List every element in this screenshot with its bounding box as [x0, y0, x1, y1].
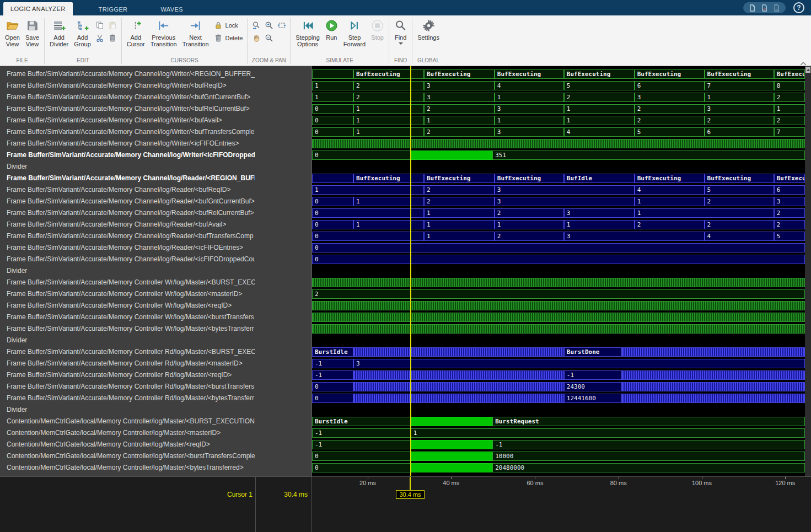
signal-wave-row[interactable] — [312, 300, 805, 311]
wave-segment[interactable]: 5 — [635, 127, 705, 137]
wave-segment[interactable]: 3 — [424, 93, 495, 102]
wave-segment[interactable]: 0 — [312, 104, 353, 114]
wave-segment[interactable]: 0 — [312, 116, 353, 125]
signal-wave-row[interactable]: 01111222 — [312, 219, 805, 230]
zoom-in-button[interactable] — [263, 19, 275, 31]
signal-name[interactable]: Contention/MemCtrlGate/local/Memory Cont… — [0, 427, 255, 439]
signal-name[interactable]: Frame Buffer/SimVariant/Accurate/Memory … — [0, 288, 255, 300]
chevron-down-icon[interactable] — [399, 42, 403, 45]
wave-segment[interactable]: 8 — [774, 81, 805, 90]
wave-segment[interactable]: 1 — [495, 116, 564, 125]
wave-segment[interactable]: 2 — [635, 116, 705, 125]
wave-segment[interactable]: BurstRequest — [492, 417, 805, 426]
wave-segment[interactable]: 5 — [705, 185, 774, 195]
copy-button[interactable] — [94, 19, 106, 31]
zoom-in-x-button[interactable] — [250, 19, 262, 31]
signal-name[interactable]: Frame Buffer/SimVariant/Accurate/Memory … — [0, 149, 255, 161]
cut-button[interactable] — [94, 32, 106, 44]
wave-segment[interactable] — [312, 324, 805, 334]
wave-segment[interactable]: BufExecuting — [705, 174, 774, 183]
wave-segment[interactable]: 2 — [495, 232, 564, 241]
signal-name[interactable]: Contention/MemCtrlGate/local/Memory Cont… — [0, 439, 255, 450]
wave-segment[interactable]: 3 — [635, 93, 705, 102]
add-divider-button[interactable]: Add Divider — [47, 17, 71, 47]
wave-segment[interactable]: BufExecuting — [564, 69, 635, 79]
signal-wave-row[interactable]: 012312 — [312, 207, 805, 219]
wave-segment[interactable]: 1 — [411, 428, 805, 438]
wave-segment[interactable]: 12441600 — [564, 394, 622, 403]
wave-segment[interactable]: 2 — [424, 197, 495, 206]
pan-button[interactable] — [250, 32, 262, 44]
wave-segment[interactable]: 1 — [774, 104, 805, 114]
wave-segment[interactable]: BufExecuting — [635, 69, 705, 79]
wave-segment[interactable] — [411, 417, 492, 426]
wave-segment[interactable] — [312, 139, 805, 148]
signal-wave-row[interactable] — [312, 138, 805, 149]
signal-name[interactable]: Contention/MemCtrlGate/local/Memory Cont… — [0, 416, 255, 427]
lock-cursor-button[interactable]: Lock — [212, 19, 245, 31]
signal-wave-row[interactable]: 0123123 — [312, 196, 805, 207]
wave-segment[interactable]: 1 — [705, 93, 774, 102]
tab-waves[interactable]: WAVES — [153, 4, 190, 15]
signal-wave-row[interactable]: 010000 — [312, 450, 805, 462]
signal-wave-row[interactable]: 123456 — [312, 184, 805, 196]
wave-segment[interactable]: 2 — [774, 208, 805, 218]
wave-segment[interactable]: 2 — [564, 93, 635, 102]
wave-segment[interactable]: 0 — [312, 151, 411, 160]
wave-segment[interactable]: 351 — [492, 151, 805, 160]
wave-segment[interactable] — [411, 452, 492, 461]
wave-segment[interactable]: BufExecuting — [705, 69, 774, 79]
signal-name[interactable]: Frame Buffer/SimVariant/Accurate/Memory … — [0, 230, 255, 242]
document-lines-icon[interactable] — [772, 4, 781, 12]
signal-wave-row[interactable]: BurstIdleBurstRequest — [312, 416, 805, 427]
wave-segment[interactable]: 2 — [705, 197, 774, 206]
signal-wave-row[interactable]: 012345 — [312, 230, 805, 242]
wave-segment[interactable]: BufExecuting — [635, 174, 705, 183]
wave-segment[interactable]: 1 — [424, 220, 495, 229]
next-transition-button[interactable]: Next Transition — [180, 17, 211, 47]
signal-name[interactable]: Frame Buffer/SimVariant/Accurate/Memory … — [0, 184, 255, 196]
signal-wave-row[interactable]: 01231231 — [312, 103, 805, 115]
wave-segment[interactable]: -1 — [312, 428, 411, 438]
wave-segment[interactable]: 4 — [635, 185, 705, 195]
wave-segment[interactable]: BufExecuting — [495, 69, 564, 79]
signal-name[interactable]: Frame Buffer/SimVariant/Accurate/Memory … — [0, 80, 255, 92]
wave-segment[interactable] — [622, 382, 805, 391]
signal-wave-row[interactable] — [312, 277, 805, 288]
cursor-line[interactable] — [410, 66, 411, 476]
signal-wave-row[interactable]: 01234567 — [312, 126, 805, 138]
wave-segment[interactable]: 0 — [312, 255, 805, 264]
paste-button[interactable] — [107, 19, 119, 31]
wave-segment[interactable]: 1 — [353, 104, 424, 114]
signal-name[interactable]: Frame Buffer/SimVariant/Accurate/Memory … — [0, 92, 255, 103]
wave-segment[interactable] — [411, 151, 492, 160]
signal-wave-row[interactable]: 0 — [312, 242, 805, 254]
wave-segment[interactable]: 4 — [495, 81, 564, 90]
signal-name[interactable]: Frame Buffer/SimVariant/Accurate/Memory … — [0, 219, 255, 230]
wave-segment[interactable]: 4 — [564, 127, 635, 137]
run-button[interactable]: Run — [323, 17, 340, 41]
fit-to-view-button[interactable] — [276, 19, 287, 31]
wave-segment[interactable]: 3 — [353, 359, 805, 368]
signal-wave-row[interactable]: 012441600 — [312, 393, 805, 404]
signal-name[interactable]: Frame Buffer/SimVariant/Accurate/Memory … — [0, 196, 255, 207]
wave-segment[interactable]: 4 — [705, 232, 774, 241]
wave-segment[interactable]: 0 — [312, 232, 424, 241]
wave-segment[interactable] — [622, 347, 805, 357]
wave-segment[interactable]: 0 — [312, 394, 353, 403]
wave-segment[interactable]: 2 — [774, 220, 805, 229]
wave-segment[interactable]: BufExecuting — [774, 69, 805, 79]
signal-name[interactable]: Frame Buffer/SimVariant/Accurate/Memory … — [0, 381, 255, 393]
signal-wave-row[interactable]: -11 — [312, 427, 805, 439]
wave-segment[interactable]: 2 — [424, 104, 495, 114]
wave-segment[interactable]: 1 — [635, 208, 774, 218]
wave-segment[interactable] — [411, 463, 492, 472]
wave-segment[interactable]: BufIdle — [564, 174, 635, 183]
help-button[interactable]: ? — [793, 2, 804, 13]
find-button[interactable]: Find — [392, 17, 409, 45]
signal-name[interactable]: Frame Buffer/SimVariant/Accurate/Memory … — [0, 242, 255, 254]
wave-segment[interactable]: 1 — [312, 93, 353, 102]
signal-name[interactable]: Frame Buffer/SimVariant/Accurate/Memory … — [0, 126, 255, 138]
signal-wave-row[interactable]: 0351 — [312, 149, 805, 161]
settings-button[interactable]: Settings — [415, 17, 442, 41]
